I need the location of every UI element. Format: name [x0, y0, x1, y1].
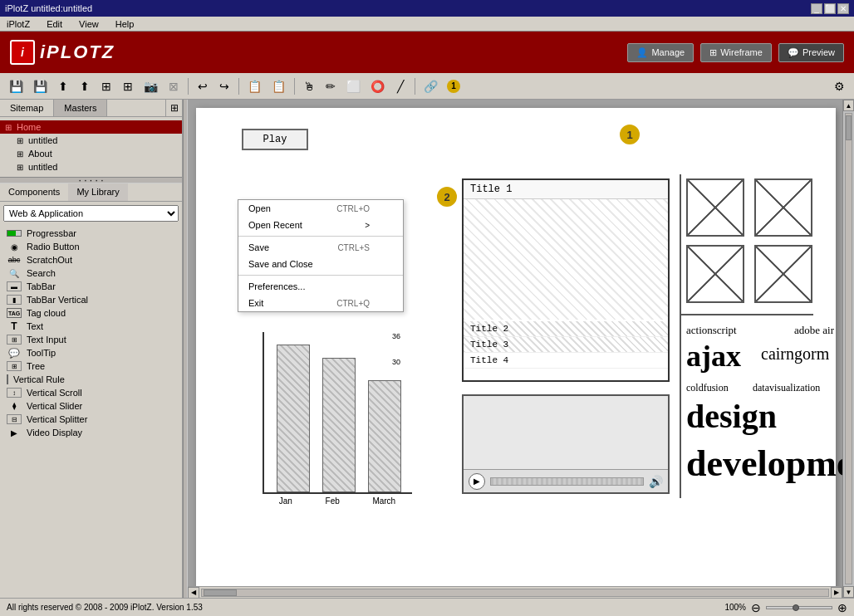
- vscroll-thumb[interactable]: [846, 115, 852, 140]
- scroll-track[interactable]: [201, 589, 829, 597]
- scroll-left-arrow[interactable]: ◀: [188, 587, 199, 599]
- line-tool[interactable]: ╱: [390, 76, 410, 96]
- menu-view[interactable]: View: [76, 18, 102, 30]
- settings-button[interactable]: ⚙: [829, 76, 849, 96]
- scroll-right-arrow[interactable]: ▶: [831, 587, 842, 599]
- maximize-button[interactable]: ⬜: [824, 3, 836, 14]
- save2-button[interactable]: 💾: [29, 76, 52, 96]
- comp-tabbar-vertical[interactable]: ▮ TabBar Vertical: [0, 293, 182, 306]
- grid-button[interactable]: ⊞: [96, 76, 116, 96]
- tabbar-vertical-icon: ▮: [7, 295, 22, 305]
- sitemap-item-home[interactable]: ⊞ Home: [0, 120, 182, 134]
- ellipse-tool[interactable]: ⭕: [366, 76, 389, 96]
- comp-tooltip[interactable]: 💬 ToolTip: [0, 346, 182, 359]
- sitemap-item-untitled1[interactable]: ⊞ untitled: [0, 134, 182, 147]
- menu-help[interactable]: Help: [112, 18, 138, 30]
- vertical-rule-label: Vertical Rule: [13, 374, 65, 384]
- vertical-rule-icon: [7, 374, 8, 384]
- comp-scratchout[interactable]: abc ScratchOut: [0, 253, 182, 266]
- sitemap-item-untitled2[interactable]: ⊞ untitled: [0, 160, 182, 174]
- tabbar-vertical-label: TabBar Vertical: [27, 295, 88, 305]
- zoom-slider-thumb[interactable]: [793, 604, 799, 611]
- tab-components[interactable]: Components: [0, 183, 68, 201]
- comp-vertical-scroll[interactable]: ↕ Vertical Scroll: [0, 386, 182, 399]
- vscroll-track[interactable]: [845, 113, 852, 584]
- grid2-button[interactable]: ⊞: [118, 76, 138, 96]
- dropdown-exit-shortcut: CTRL+Q: [336, 299, 370, 308]
- list-row-title2[interactable]: Title 2: [464, 321, 668, 337]
- scroll-down-arrow[interactable]: ▼: [843, 586, 854, 598]
- text-input-icon: ⊞: [7, 335, 22, 345]
- paste-button[interactable]: 📋: [267, 76, 290, 96]
- manage-button[interactable]: 👤 Manage: [627, 43, 694, 62]
- comp-vertical-splitter[interactable]: ⊟ Vertical Splitter: [0, 413, 182, 426]
- copy-button[interactable]: 📋: [243, 76, 266, 96]
- comp-vertical-slider[interactable]: ⧫ Vertical Slider: [0, 399, 182, 413]
- titlebar: iPlotZ untitled:untitled _ ⬜ ✕: [0, 0, 854, 17]
- refresh-button[interactable]: ⊠: [164, 76, 184, 96]
- vertical-splitter-label: Vertical Splitter: [27, 414, 87, 424]
- undo-button[interactable]: ↩: [193, 76, 213, 96]
- minimize-button[interactable]: _: [811, 3, 822, 14]
- zoom-in-button[interactable]: ⊕: [837, 601, 847, 614]
- camera-button[interactable]: 📷: [140, 76, 162, 96]
- draw-tool[interactable]: ✏: [321, 76, 341, 96]
- comp-tree[interactable]: ⊞ Tree: [0, 359, 182, 373]
- video-progress[interactable]: [490, 477, 644, 486]
- dropdown-preferences[interactable]: Preferences...: [238, 278, 403, 295]
- text-label: Text: [27, 321, 43, 331]
- tab-masters[interactable]: Masters: [54, 100, 107, 116]
- link-tool[interactable]: 🔗: [420, 76, 442, 96]
- comp-text[interactable]: T Text: [0, 320, 182, 333]
- panel-add-icon[interactable]: ⊞: [165, 100, 182, 116]
- tab-sitemap[interactable]: Sitemap: [0, 100, 54, 116]
- tab-my-library[interactable]: My Library: [68, 183, 127, 201]
- list-row-title4[interactable]: Title 4: [464, 353, 668, 369]
- comp-tag-cloud[interactable]: TAG Tag cloud: [0, 306, 182, 320]
- comp-radio-button[interactable]: ◉ Radio Button: [0, 240, 182, 253]
- scroll-up-arrow[interactable]: ▲: [843, 100, 854, 111]
- zoom-slider-track[interactable]: [766, 606, 832, 609]
- volume-icon[interactable]: 🔊: [649, 475, 663, 488]
- panel-divider[interactable]: · · · · ·: [0, 177, 182, 183]
- word-actionscript: actionscript: [686, 324, 737, 337]
- comp-text-input[interactable]: ⊞ Text Input: [0, 333, 182, 346]
- comp-vertical-rule[interactable]: Vertical Rule: [0, 373, 182, 386]
- rect-tool[interactable]: ⬜: [342, 76, 365, 96]
- list-row-title3[interactable]: Title 3: [464, 337, 668, 353]
- import-button[interactable]: ⬆: [53, 76, 73, 96]
- save-button[interactable]: 💾: [5, 76, 27, 96]
- vertical-slider-icon: ⧫: [7, 401, 22, 411]
- canvas-area[interactable]: Play 1 2 Open CTRL+O Open Recent >: [188, 100, 842, 598]
- redo-button[interactable]: ↪: [214, 76, 234, 96]
- dropdown-open-recent-arrow: >: [365, 221, 370, 230]
- canvas-badge-2[interactable]: 2: [437, 187, 457, 207]
- menu-edit[interactable]: Edit: [43, 18, 66, 30]
- comp-progressbar[interactable]: Progressbar: [0, 227, 182, 240]
- play-button[interactable]: Play: [242, 129, 308, 150]
- menu-iplotz[interactable]: iPlotZ: [3, 18, 33, 30]
- dropdown-exit[interactable]: Exit CTRL+Q: [238, 295, 403, 311]
- close-button[interactable]: ✕: [837, 3, 849, 14]
- select-tool[interactable]: 🖱: [299, 76, 319, 96]
- header-buttons: 👤 Manage ⊞ Wireframe 💬 Preview: [627, 43, 844, 62]
- dropdown-open[interactable]: Open CTRL+O: [238, 200, 403, 217]
- preview-button[interactable]: 💬 Preview: [778, 43, 844, 62]
- zoom-out-button[interactable]: ⊖: [751, 601, 761, 614]
- tree-icon: ⊞: [7, 361, 22, 371]
- dropdown-open-recent[interactable]: Open Recent >: [238, 217, 403, 233]
- video-play-button[interactable]: ▶: [469, 473, 485, 490]
- dropdown-save-close[interactable]: Save and Close: [238, 256, 403, 272]
- scroll-thumb[interactable]: [204, 589, 237, 596]
- comp-tabbar[interactable]: ▬ TabBar: [0, 280, 182, 293]
- sitemap-item-about[interactable]: ⊞ About: [0, 147, 182, 160]
- horizontal-separator: [680, 314, 813, 315]
- wireframe-button[interactable]: ⊞ Wireframe: [700, 43, 772, 62]
- word-design: design: [686, 397, 777, 436]
- dropdown-save[interactable]: Save CTRL+S: [238, 239, 403, 256]
- comp-filter-select[interactable]: Web & Application Mobile Desktop: [3, 205, 179, 222]
- comp-search[interactable]: 🔍 Search: [0, 266, 182, 280]
- comp-video-display[interactable]: ▶ Video Display: [0, 426, 182, 439]
- preview-icon: 💬: [788, 47, 799, 58]
- export-button[interactable]: ⬆: [75, 76, 95, 96]
